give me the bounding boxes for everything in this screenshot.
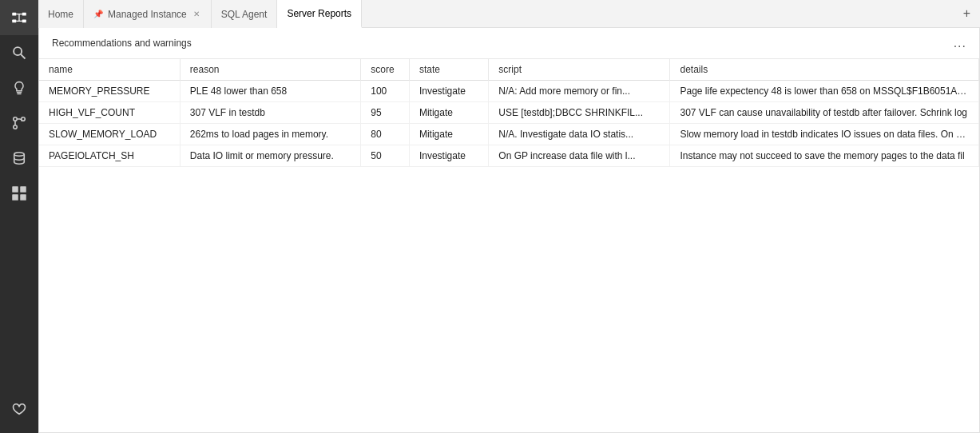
col-header-details: details (670, 59, 979, 81)
cell-script: USE [testdb];DBCC SHRINKFIL... (489, 102, 670, 124)
cell-details: Page life expectency 48 is lower than 65… (670, 81, 979, 102)
table-row[interactable]: SLOW_MEMORY_LOAD262ms to load pages in m… (39, 124, 979, 145)
section-menu-button[interactable]: ... (954, 36, 966, 50)
connections-icon[interactable] (0, 0, 38, 35)
tab-home-label: Home (48, 9, 73, 20)
cell-score: 95 (361, 102, 410, 124)
cell-state: Mitigate (409, 102, 488, 124)
pin-icon: 📌 (93, 10, 103, 18)
recommendations-table: name reason score state script details M… (39, 59, 979, 167)
tab-sql-agent[interactable]: SQL Agent (212, 0, 278, 28)
cell-reason: PLE 48 lower than 658 (180, 81, 360, 102)
cell-details: Instance may not succeed to save the mem… (670, 145, 979, 167)
svg-rect-1 (22, 13, 26, 16)
svg-point-12 (14, 125, 18, 129)
database-icon[interactable] (0, 141, 38, 176)
svg-rect-17 (12, 194, 18, 201)
svg-rect-3 (22, 20, 26, 23)
svg-point-7 (14, 47, 22, 55)
cell-script: N/A: Add more memory or fin... (489, 81, 670, 102)
cell-score: 100 (361, 81, 410, 102)
svg-line-8 (21, 54, 26, 59)
main-area: Home 📌 Managed Instance ✕ SQL Agent Serv… (38, 0, 980, 433)
tab-home[interactable]: Home (38, 0, 84, 28)
cell-state: Investigate (409, 145, 488, 167)
table-row[interactable]: HIGH_VLF_COUNT307 VLF in testdb95Mitigat… (39, 102, 979, 124)
col-header-score: score (361, 59, 410, 81)
heart-icon[interactable] (0, 391, 38, 427)
cell-score: 50 (361, 145, 410, 167)
cell-script: N/A. Investigate data IO statis... (489, 124, 670, 145)
tab-managed-instance-label: Managed Instance (108, 9, 187, 20)
search-icon[interactable] (0, 35, 38, 70)
tab-managed-instance[interactable]: 📌 Managed Instance ✕ (84, 0, 212, 28)
col-header-reason: reason (180, 59, 360, 81)
svg-point-14 (14, 153, 25, 157)
recommendations-table-container[interactable]: name reason score state script details M… (39, 59, 979, 432)
table-row[interactable]: PAGEIOLATCH_SHData IO limit or memory pr… (39, 145, 979, 167)
sidebar (0, 0, 38, 433)
cell-details: 307 VLF can cause unavailability of test… (670, 102, 979, 124)
cell-reason: 262ms to load pages in memory. (180, 124, 360, 145)
table-row[interactable]: MEMORY_PRESSUREPLE 48 lower than 658100I… (39, 81, 979, 102)
cell-details: Slow memory load in testdb indicates IO … (670, 124, 979, 145)
cell-name: SLOW_MEMORY_LOAD (39, 124, 180, 145)
source-control-icon[interactable] (0, 105, 38, 141)
add-tab-button[interactable]: + (954, 0, 980, 27)
cell-reason: Data IO limit or memory pressure. (180, 145, 360, 167)
svg-rect-15 (12, 186, 18, 193)
tab-sql-agent-label: SQL Agent (221, 9, 268, 20)
cell-state: Investigate (409, 81, 488, 102)
content-area: Recommendations and warnings ... name re… (38, 28, 980, 433)
svg-rect-2 (12, 20, 16, 23)
col-header-script: script (489, 59, 670, 81)
cell-state: Mitigate (409, 124, 488, 145)
svg-point-11 (14, 117, 18, 121)
tab-server-reports[interactable]: Server Reports (277, 0, 362, 28)
table-header-row: name reason score state script details (39, 59, 979, 81)
section-header: Recommendations and warnings ... (39, 28, 979, 59)
svg-rect-16 (20, 186, 26, 193)
section-title: Recommendations and warnings (52, 38, 192, 49)
grid-icon[interactable] (0, 176, 38, 211)
col-header-state: state (409, 59, 488, 81)
tab-bar: Home 📌 Managed Instance ✕ SQL Agent Serv… (38, 0, 980, 28)
cell-reason: 307 VLF in testdb (180, 102, 360, 124)
col-header-name: name (39, 59, 180, 81)
cell-name: MEMORY_PRESSURE (39, 81, 180, 102)
cell-name: PAGEIOLATCH_SH (39, 145, 180, 167)
svg-rect-18 (20, 194, 26, 201)
lightbulb-icon[interactable] (0, 70, 38, 105)
tab-server-reports-label: Server Reports (287, 8, 351, 19)
svg-rect-0 (12, 13, 16, 16)
cell-script: On GP increase data file with l... (489, 145, 670, 167)
cell-score: 80 (361, 124, 410, 145)
tab-managed-instance-close[interactable]: ✕ (192, 9, 201, 19)
cell-name: HIGH_VLF_COUNT (39, 102, 180, 124)
